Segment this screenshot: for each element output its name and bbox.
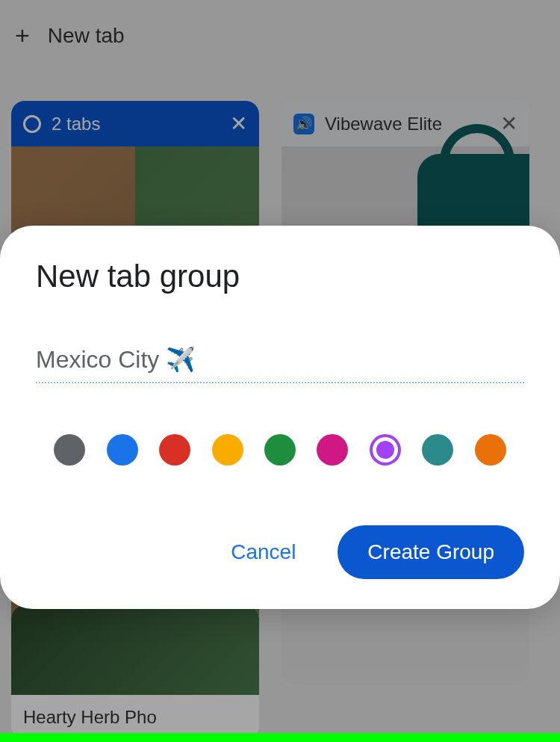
color-picker-row xyxy=(36,383,524,466)
color-swatch-yellow[interactable] xyxy=(212,434,243,466)
new-tab-group-dialog: New tab group Cancel Create Group xyxy=(0,226,560,609)
color-swatch-orange[interactable] xyxy=(475,434,506,466)
group-name-input[interactable] xyxy=(36,339,524,383)
create-group-button[interactable]: Create Group xyxy=(337,525,524,579)
bottom-indicator xyxy=(0,733,560,742)
cancel-button[interactable]: Cancel xyxy=(207,528,320,576)
color-swatch-blue[interactable] xyxy=(107,434,138,466)
color-swatch-red[interactable] xyxy=(159,434,190,466)
color-swatch-purple[interactable] xyxy=(370,434,401,466)
dialog-title: New tab group xyxy=(36,259,524,294)
color-swatch-teal[interactable] xyxy=(422,434,453,466)
color-swatch-gray[interactable] xyxy=(54,434,85,466)
color-swatch-green[interactable] xyxy=(264,434,296,466)
color-swatch-pink[interactable] xyxy=(317,434,348,466)
